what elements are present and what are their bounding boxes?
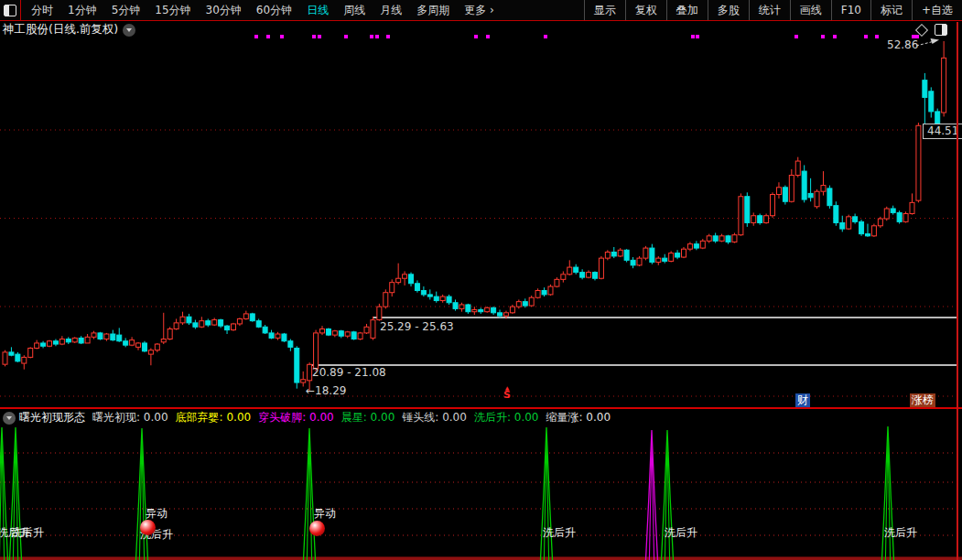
- period-menu: 分时1分钟5分钟15分钟30分钟60分钟日线周线月线多周期更多 ›: [24, 0, 502, 20]
- indicator-item-曙光初现: 曙光初现: 0.00: [92, 410, 168, 425]
- menu-item-周线[interactable]: 周线: [336, 0, 373, 20]
- price-label: 25.29 - 25.63: [380, 320, 454, 333]
- tools-menu: 显示复权叠加多股统计画线F10标记+自选: [584, 0, 962, 20]
- menu-item-多周期[interactable]: 多周期: [409, 0, 457, 20]
- signal-label-洗后升: 洗后升: [884, 527, 917, 539]
- red-ball-icon: [309, 521, 325, 536]
- menu-item-分时[interactable]: 分时: [24, 0, 60, 20]
- indicator-item-底部弃婴: 底部弃婴: 0.00: [176, 410, 252, 425]
- main-candlestick-svg[interactable]: [0, 20, 962, 407]
- menu-item-月线[interactable]: 月线: [373, 0, 409, 20]
- price-label: 52.86: [887, 38, 918, 51]
- signal-label-洗后升: 洗后升: [543, 527, 576, 539]
- trading-app-window: 分时1分钟5分钟15分钟30分钟60分钟日线周线月线多周期更多 › 显示复权叠加…: [0, 0, 962, 560]
- indicator-title: 曙光初现形态: [19, 410, 85, 425]
- menu-item-15分钟[interactable]: 15分钟: [147, 0, 198, 20]
- tool-item-复权[interactable]: 复权: [625, 0, 666, 20]
- chart-corner-icons: [917, 24, 947, 36]
- toolbar-divider: [20, 0, 21, 20]
- tool-item-叠加[interactable]: 叠加: [666, 0, 708, 20]
- indicator-pane[interactable]: 洗后升洗后升异动洗后升异动洗后升洗后升洗后升: [0, 426, 962, 560]
- price-label: ←18.29: [306, 384, 346, 397]
- indicator-legend-row: 曙光初现形态 曙光初现: 0.00底部弃婴: 0.00穿头破脚: 0.00晨星:…: [0, 409, 962, 426]
- tool-item-F10[interactable]: F10: [831, 0, 870, 20]
- panel-split-icon[interactable]: [4, 5, 16, 16]
- sell-signal-marker: S: [503, 385, 511, 399]
- tool-item-统计[interactable]: 统计: [749, 0, 790, 20]
- stock-title: 神工股份(日线.前复权): [3, 22, 118, 38]
- menu-item-日线[interactable]: 日线: [299, 0, 336, 20]
- signal-label-异动: 异动: [146, 508, 168, 520]
- price-label: 20.89 - 21.08: [312, 366, 386, 379]
- menu-item-30分钟[interactable]: 30分钟: [199, 0, 249, 20]
- main-chart-area[interactable]: 神工股份(日线.前复权) 52.8644.51 -25.29 - 25.6320…: [0, 20, 962, 407]
- chevron-down-circle-icon[interactable]: [3, 412, 16, 425]
- red-ball-icon: [140, 520, 156, 535]
- indicator-item-洗后升: 洗后升: 0.00: [474, 410, 539, 425]
- tool-item-标记[interactable]: 标记: [870, 0, 912, 20]
- chevron-down-icon[interactable]: [123, 24, 135, 37]
- right-scrollbar[interactable]: [957, 22, 958, 560]
- chart-badge-财[interactable]: 财: [795, 393, 810, 407]
- period-toolbar: 分时1分钟5分钟15分钟30分钟60分钟日线周线月线多周期更多 › 显示复权叠加…: [0, 0, 962, 21]
- tool-item-画线[interactable]: 画线: [790, 0, 831, 20]
- signal-label-洗后升: 洗后升: [665, 527, 697, 539]
- menu-item-5分钟[interactable]: 5分钟: [104, 0, 148, 20]
- indicator-item-穿头破脚: 穿头破脚: 0.00: [258, 410, 334, 425]
- signal-label-洗后升: 洗后升: [11, 527, 44, 539]
- tool-item-多股[interactable]: 多股: [708, 0, 749, 20]
- tool-item-显示[interactable]: 显示: [584, 0, 625, 20]
- menu-item-更多 ›[interactable]: 更多 ›: [457, 0, 502, 20]
- menu-item-1分钟[interactable]: 1分钟: [60, 0, 104, 20]
- menu-item-60分钟[interactable]: 60分钟: [249, 0, 299, 20]
- indicator-item-锤头线: 锤头线: 0.00: [402, 410, 467, 425]
- indicator-item-缩量涨: 缩量涨: 0.00: [546, 410, 611, 425]
- indicator-values: 曙光初现: 0.00底部弃婴: 0.00穿头破脚: 0.00晨星: 0.00锤头…: [92, 410, 618, 425]
- diamond-icon[interactable]: [915, 23, 928, 36]
- chart-badge-涨榜[interactable]: 涨榜: [910, 393, 935, 407]
- tool-item-+自选[interactable]: +自选: [912, 0, 962, 20]
- panel-split-icon[interactable]: [935, 24, 947, 36]
- indicator-item-晨星: 晨星: 0.00: [341, 410, 395, 425]
- signal-label-异动: 异动: [314, 508, 336, 520]
- stock-title-row: 神工股份(日线.前复权): [3, 22, 135, 38]
